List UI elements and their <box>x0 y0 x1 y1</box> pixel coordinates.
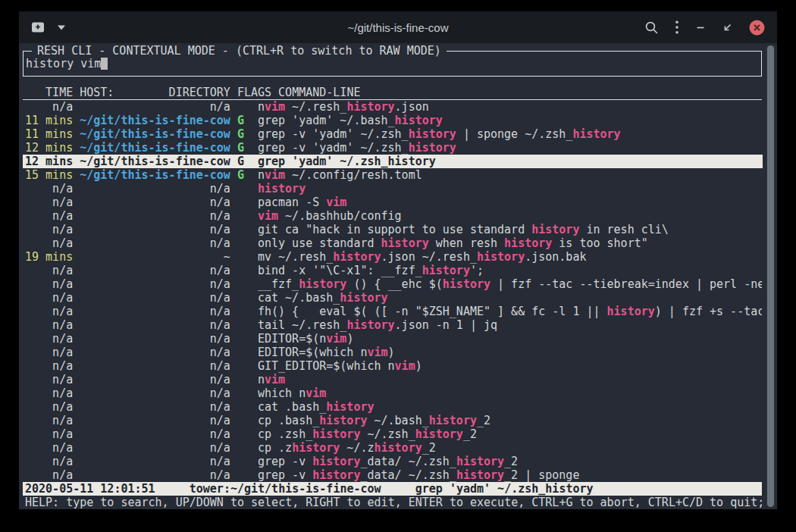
history-row[interactable]: n/an/agrep -v history_data/ ~/.zsh_histo… <box>23 455 762 468</box>
history-row[interactable]: n/an/awhich nvim <box>23 386 762 400</box>
status-command: grep 'yadm' ~/.zsh_history <box>415 482 594 496</box>
history-row[interactable]: 11 mins~/git/this-is-fine-cowGgrep -v 'y… <box>23 127 762 141</box>
history-row[interactable]: n/an/avim ~/.bashhub/config <box>23 209 762 223</box>
table-header: TIME HOST:DIRECTORY FLAGS COMMAND-LINE <box>23 86 762 100</box>
history-row[interactable]: n/an/aGIT_EDITOR=$(which nvim) <box>23 359 762 373</box>
history-row-selected[interactable]: 12 mins~/git/this-is-fine-cowGgrep 'yadm… <box>23 155 763 168</box>
restore-window-icon <box>722 22 733 33</box>
history-row[interactable]: n/an/anvim ~/.resh_history.json <box>23 100 762 114</box>
minimize-button[interactable] <box>695 22 706 33</box>
history-rows: n/an/anvim ~/.resh_history.json11 mins~/… <box>23 100 762 482</box>
scrollbar[interactable] <box>766 45 775 508</box>
help-line: HELP: type to search, UP/DOWN to select,… <box>23 496 762 509</box>
history-row[interactable]: 11 mins~/git/this-is-fine-cowGgrep 'yadm… <box>23 114 762 127</box>
history-row[interactable]: n/an/afh() { eval $( ([ -n "$ZSH_NAME" ]… <box>23 305 762 318</box>
header-host-directory: HOST:DIRECTORY <box>80 86 230 99</box>
header-flags-command: FLAGS COMMAND-LINE <box>237 86 361 99</box>
history-row[interactable]: n/an/apacman -S vim <box>23 196 762 209</box>
history-row[interactable]: n/an/aonly use standard history when res… <box>23 236 762 250</box>
history-row[interactable]: n/an/acat ~/.bash_history <box>23 291 762 305</box>
menu-button[interactable] <box>675 20 679 35</box>
terminal-window: ~/git/this-is-fine-cow <box>19 11 777 509</box>
search-box: RESH CLI - CONTEXTUAL MODE - (CTRL+R to … <box>23 51 762 77</box>
kebab-menu-icon <box>675 20 679 35</box>
scrollbar-thumb[interactable] <box>767 45 774 507</box>
chevron-down-icon <box>57 25 66 30</box>
terminal-content: RESH CLI - CONTEXTUAL MODE - (CTRL+R to … <box>19 43 777 509</box>
status-datetime: 2020-05-11 12:01:51 <box>25 482 155 496</box>
history-row[interactable]: n/an/atail ~/.resh_history.json -n 1 | j… <box>23 318 762 332</box>
status-location: tower:~/git/this-is-fine-cow <box>190 482 381 496</box>
history-row[interactable]: n/an/a__fzf_history () { __ehc $(history… <box>23 277 762 291</box>
search-box-label: RESH CLI - CONTEXTUAL MODE - (CTRL+R to … <box>32 44 447 58</box>
close-button[interactable] <box>749 20 765 36</box>
minimize-icon <box>695 22 706 33</box>
new-tab-button[interactable] <box>31 21 45 33</box>
history-row[interactable]: n/an/aEDITOR=$(which nvim) <box>23 346 762 359</box>
history-row[interactable]: n/an/acp .bash_history ~/.bash_history_2 <box>23 414 762 427</box>
desktop-background: { "colors": { "bg": "#262b35", "titlebar… <box>0 0 796 532</box>
header-time: TIME <box>25 86 73 99</box>
status-bar: 2020-05-11 12:01:51 tower:~/git/this-is-… <box>23 482 762 496</box>
history-row[interactable]: 15 mins~/git/this-is-fine-cowGnvim ~/.co… <box>23 168 762 182</box>
search-button[interactable] <box>644 20 659 35</box>
history-row[interactable]: n/an/agit ca "hack in support to use sta… <box>23 223 762 236</box>
tab-dropdown-button[interactable] <box>57 25 66 30</box>
search-icon <box>644 20 659 35</box>
history-row[interactable]: n/an/acat .bash_history <box>23 400 762 414</box>
history-row[interactable]: n/an/ahistory <box>23 182 762 196</box>
history-row[interactable]: n/an/agrep -v history_data/ ~/.zsh_histo… <box>23 468 762 482</box>
search-query-text: history vim <box>26 57 101 70</box>
history-row[interactable]: n/an/aEDITOR=$(nvim) <box>23 332 762 346</box>
restore-button[interactable] <box>722 22 733 33</box>
history-row[interactable]: 12 mins~/git/this-is-fine-cowGgrep -v 'y… <box>23 141 762 155</box>
history-row[interactable]: n/an/acp .zsh_history ~/.zsh_history_2 <box>23 427 762 441</box>
history-row[interactable]: n/an/abind -x '"\C-x1": __fzf_history'; <box>23 264 762 277</box>
history-row[interactable]: n/an/acp .zhistory ~/.zhistory_2 <box>23 441 762 455</box>
text-cursor <box>101 58 108 70</box>
history-row[interactable]: 19 mins~mv ~/.resh_history.json ~/.resh_… <box>23 250 762 264</box>
history-table: TIME HOST:DIRECTORY FLAGS COMMAND-LINE n… <box>23 86 762 482</box>
new-tab-icon <box>31 21 45 33</box>
history-row[interactable]: n/an/anvim <box>23 373 762 386</box>
titlebar: ~/git/this-is-fine-cow <box>19 11 777 43</box>
close-icon <box>749 20 765 36</box>
